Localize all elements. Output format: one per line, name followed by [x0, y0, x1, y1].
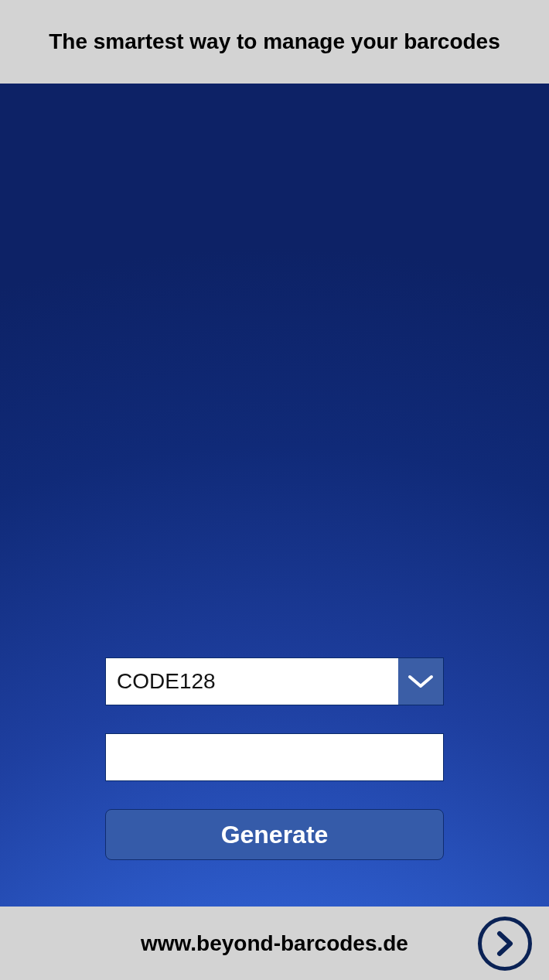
header-bar: The smartest way to manage your barcodes	[0, 0, 549, 84]
chevron-right-icon	[493, 930, 517, 957]
generate-button-label: Generate	[221, 821, 329, 849]
header-title: The smartest way to manage your barcodes	[49, 29, 500, 54]
barcode-form: CODE128 Generate	[105, 657, 444, 860]
barcode-type-selected: CODE128	[106, 658, 398, 705]
chevron-down-icon	[398, 658, 443, 705]
generate-button[interactable]: Generate	[105, 809, 444, 860]
main-area: CODE128 Generate	[0, 84, 549, 907]
next-button[interactable]	[478, 917, 532, 971]
barcode-type-select[interactable]: CODE128	[105, 657, 444, 705]
barcode-value-input[interactable]	[105, 733, 444, 781]
footer-bar: www.beyond-barcodes.de	[0, 907, 549, 980]
footer-link[interactable]: www.beyond-barcodes.de	[141, 931, 408, 956]
